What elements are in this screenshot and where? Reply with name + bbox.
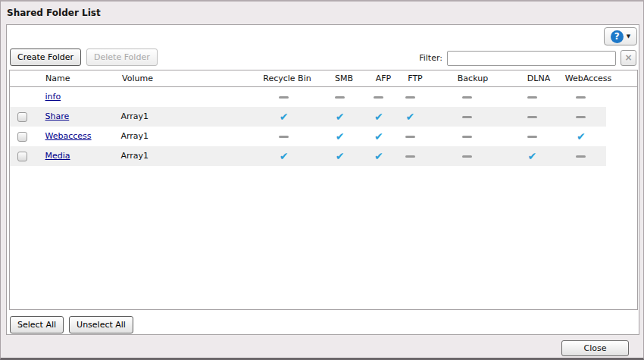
table-row: Share Array1 ✔ ✔ ✔ ✔ [10,107,606,127]
column-header-recycle-bin: Recycle Bin [254,70,320,86]
dash-icon [405,96,415,99]
dlna-cell [508,127,556,146]
filter-input[interactable] [447,51,616,66]
check-icon: ✔ [374,130,383,142]
backup-cell [426,107,508,127]
checkbox-cell [10,127,37,146]
dash-icon [405,136,415,138]
dash-icon [462,96,472,99]
dash-icon [279,96,289,99]
help-button[interactable]: ? ▼ [604,27,637,45]
name-cell: info [37,87,112,107]
check-icon: ✔ [577,130,586,142]
checkbox-cell [10,107,37,127]
check-icon: ✔ [280,111,289,123]
webaccess-cell: ✔ [556,127,606,146]
recycle-bin-cell: ✔ [251,146,317,166]
dash-icon [576,116,586,118]
checkbox-cell [10,146,37,166]
selection-buttons: Select All Unselect All [10,316,133,333]
dlna-cell [508,107,556,127]
row-checkbox[interactable] [17,112,27,122]
check-icon: ✔ [374,111,383,123]
table-row: Media Array1 ✔ ✔ ✔ ✔ [10,146,606,166]
dash-icon [462,155,472,158]
volume-cell: Array1 [111,107,251,127]
column-header-dlna: DLNA [514,70,563,86]
check-icon: ✔ [280,150,289,162]
ftp-cell: ✔ [395,107,426,127]
check-icon: ✔ [374,150,383,162]
column-header-ftp: FTP [399,70,431,86]
column-header-webaccess: WebAccess [563,70,614,86]
dash-icon [462,116,472,118]
clear-filter-button[interactable]: × [621,50,636,66]
afp-cell: ✔ [363,127,394,146]
filter-group: Filter: × [419,50,636,66]
dlna-cell [508,87,556,107]
shared-folder-table: Name Volume Recycle Bin SMB AFP FTP Back… [9,70,638,310]
dash-icon [335,96,345,99]
afp-cell: ✔ [363,107,394,127]
unselect-all-button[interactable]: Unselect All [69,316,133,333]
column-header-name: Name [37,70,113,86]
recycle-bin-cell: ✔ [251,107,317,127]
dialog-title: Shared Folder List [7,8,101,18]
volume-cell: Array1 [111,146,251,166]
close-icon: × [624,52,632,63]
check-icon: ✔ [336,130,345,142]
dash-icon [462,136,472,138]
select-all-button[interactable]: Select All [10,316,64,333]
column-header-backup: Backup [431,70,514,86]
folder-link[interactable]: Webaccess [45,131,92,141]
dash-icon [374,96,383,99]
table-header: Name Volume Recycle Bin SMB AFP FTP Back… [10,70,637,87]
check-icon: ✔ [527,150,536,162]
folder-link[interactable]: Media [45,151,70,161]
table-row: Webaccess Array1 ✔ ✔ ✔ [10,127,606,146]
afp-cell: ✔ [363,146,394,166]
dash-icon [527,116,537,118]
check-icon: ✔ [336,111,345,123]
dash-icon [279,136,289,138]
backup-cell [426,87,508,107]
check-icon: ✔ [406,111,415,123]
chevron-down-icon: ▼ [627,33,630,39]
dlna-cell: ✔ [508,146,556,166]
folder-link[interactable]: Share [45,111,70,121]
create-folder-button[interactable]: Create Folder [10,49,81,66]
recycle-bin-cell [251,127,317,146]
close-button[interactable]: Close [561,340,629,356]
dash-icon [576,96,586,99]
dash-icon [527,136,537,138]
webaccess-cell [556,87,606,107]
filter-label: Filter: [419,53,442,63]
help-icon: ? [611,30,624,43]
table-body: info Share Array1 ✔ ✔ ✔ ✔ Webaccess Arra… [10,87,637,166]
folder-link[interactable]: info [45,92,61,102]
header-checkbox-spacer [10,70,37,86]
row-checkbox[interactable] [17,132,27,142]
delete-folder-button[interactable]: Delete Folder [86,49,158,66]
toolbar: Create Folder Delete Folder [10,49,158,66]
dash-icon [527,96,537,99]
name-cell: Share [37,107,112,127]
checkbox-cell [10,87,37,107]
recycle-bin-cell [251,87,317,107]
smb-cell: ✔ [317,127,363,146]
backup-cell [426,127,508,146]
afp-cell [363,87,394,107]
column-header-smb: SMB [320,70,367,86]
name-cell: Media [37,146,112,166]
ftp-cell [395,146,426,166]
webaccess-cell [556,146,606,166]
content-panel: ? ▼ Create Folder Delete Folder Filter: … [6,24,639,335]
webaccess-cell [556,107,606,127]
column-header-volume: Volume [113,70,254,86]
column-header-afp: AFP [367,70,399,86]
smb-cell: ✔ [317,146,363,166]
backup-cell [426,146,508,166]
smb-cell [317,87,363,107]
dash-icon [405,155,415,158]
row-checkbox[interactable] [17,152,27,161]
